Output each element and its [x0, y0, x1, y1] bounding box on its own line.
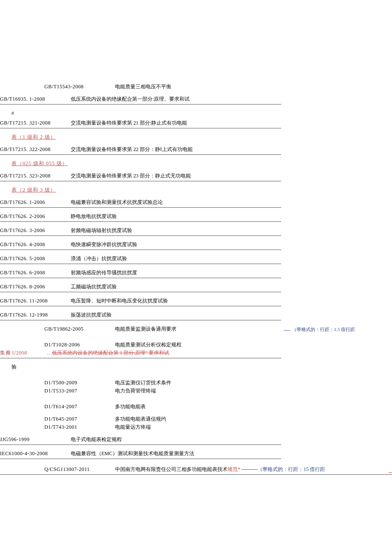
standard-desc: 电力负荷管理终端	[115, 387, 392, 395]
standard-desc: 电磁兼容性（EMC）测试和测量技术电能质量测量方法	[71, 450, 281, 457]
standard-desc: 多功能电能表通信规约	[115, 416, 392, 423]
standard-desc: 静电放电抗扰度试验	[71, 213, 281, 220]
standard-desc: 中国南方电网有限责任公司三相多功能电能表技术规范*	[115, 466, 240, 473]
standard-code: GB/T16935. 1-2008	[0, 96, 71, 102]
struck-entry: 集瓣 U2008 …低压系统内设备的绝缘配合第 1 部分:原理" 要求和试	[0, 349, 281, 357]
standard-entry: D1/T614-2007 多功能电能表	[0, 403, 392, 410]
standard-entry: D1/T1028-2006 电能质量测试分析仪检定规程	[0, 341, 392, 349]
comment-text: （带格式的：行距：1.5 倍行距	[292, 326, 355, 333]
standard-desc: 电快速瞬变脉冲群抗扰度试验	[71, 241, 281, 248]
standard-entry: Q/CSG113007-2011 中国南方电网有限责任公司三相多功能电能表技术规…	[0, 466, 392, 475]
standard-entry: D1/T645-2007 多功能电能表通信规约	[0, 416, 392, 423]
standard-code: GB/T17626. 12-1998	[0, 312, 71, 318]
standard-entry: GB/T17626. 5-2008 浪涌（冲击）抗扰度试验	[0, 255, 281, 262]
standard-code: IEC61000-4-30-2008	[0, 450, 71, 457]
standard-entry: JJG596-1999 电子式电能表检定规程	[0, 436, 281, 443]
standard-desc: 振荡波抗扰度试验	[71, 311, 281, 319]
standard-desc: 多功能电能表	[115, 403, 392, 410]
standard-desc: 电压暂降、短时中断和电压变化抗扰度试验	[71, 297, 281, 305]
standard-code: D1/T1028-2006	[44, 342, 115, 348]
marker-letter: a	[0, 110, 392, 116]
standard-entry: IEC61000-4-30-2008 电磁兼容性（EMC）测试和测量技术电能质量…	[0, 450, 281, 457]
standard-code: GB/T17626. 4-2008	[0, 241, 71, 248]
standard-code: GB/T17215. 321-2008	[0, 120, 71, 126]
struck-code: 集瓣 U2008	[0, 349, 47, 357]
standard-entry: GB/T17626. 8-2006 工频磁场抗扰度试验	[0, 283, 281, 291]
standard-code: GB/T17626. 3-2006	[0, 227, 71, 234]
standard-desc: 射频电磁场辐射抗扰度试验	[71, 227, 281, 234]
standard-desc: 电能量远方终端	[115, 424, 392, 431]
standard-entry: GB/T17626. 11-2008 电压暂降、短时中断和电压变化抗扰度试验	[0, 297, 281, 305]
standard-desc: 电磁兼容试验和测量技术抗扰度试验总论	[71, 199, 281, 206]
standard-entry: GB/T17626. 2-2006 静电放电抗扰度试验	[0, 213, 281, 220]
yan-text: 验	[0, 363, 392, 371]
document-page: GB/T15543-2008 电能质量三相电压不平衡 GB/T16935. 1-…	[0, 0, 392, 475]
standard-desc: 交流电测量设备特殊要求第 21 部分:静止式有功电能	[71, 119, 281, 127]
standard-code: JJG596-1999	[0, 436, 71, 443]
standard-desc: 交流电测量设备特殊要求第 23 部分：静止式无功电能	[71, 172, 281, 180]
standard-code: GB/T17626. 5-2008	[0, 256, 71, 262]
standard-desc: 电压监测仪订货技术条件	[115, 379, 392, 386]
standard-desc: 电子式电能表检定规程	[71, 436, 281, 443]
standard-code: Q/CSG113007-2011	[0, 466, 115, 473]
standard-entry: D1/T533-2007 电力负荷管理终端	[0, 387, 392, 395]
standard-code: GB/T19862-2005	[44, 326, 115, 332]
format-comment: ------ （带格式的：行距：1.5 倍行距	[283, 326, 355, 333]
standard-code: GB/T17626. 6-2008	[0, 270, 71, 276]
standard-entry: GB/T17626. 12-1998 振荡波抗扰度试验	[0, 311, 281, 319]
standard-code: D1/T645-2007	[44, 416, 115, 422]
standard-desc: 交流电测量设备特殊要求第 22 部分：静Ⅰ上式有功电能	[71, 146, 281, 153]
standard-entry: D1/T743-2001 电能量远方终端	[0, 424, 392, 431]
continuation-text: 表（025 级和 055 级）	[0, 160, 392, 167]
standard-code: GB/T17626. 1-2006	[0, 199, 71, 206]
standard-entry: D1/T500-2009 电压监测仪订货技术条件	[0, 379, 392, 386]
standard-desc: 工频磁场抗扰度试验	[71, 283, 281, 291]
standard-desc: 低压系统内设备的绝缘配合第一部分:原理、要求和试	[71, 96, 281, 103]
standard-code: GB/T17626. 11-2008	[0, 298, 71, 304]
standard-desc: 射频场感应的传导骚扰抗扰度	[71, 269, 281, 276]
standard-entry: GB/T17626. 4-2008 电快速瞬变脉冲群抗扰度试验	[0, 241, 281, 248]
standard-entry: GB/T17215. 323-2008 交流电测量设备特殊要求第 23 部分：静…	[0, 172, 281, 180]
standard-code: GB/T17215. 322-2008	[0, 146, 71, 153]
standard-entry: GB/T17626. 3-2006 射频电磁场辐射抗扰度试验	[0, 227, 281, 234]
standard-entry: GB/T17626. 1-2006 电磁兼容试验和测量技术抗扰度试验总论	[0, 199, 281, 206]
standard-desc: 电能质量测试分析仪检定规程	[115, 341, 392, 349]
standard-desc: 电能质量三相电压不平衡	[115, 83, 392, 90]
standard-code: D1/T743-2001	[44, 424, 115, 430]
standard-code: D1/T614-2007	[44, 404, 115, 410]
continuation-text: 表（2 级和 3 级）	[0, 186, 392, 194]
standard-entry: GB/T16935. 1-2008 低压系统内设备的绝缘配合第一部分:原理、要求…	[0, 96, 281, 103]
standard-code: GB/T17215. 323-2008	[0, 173, 71, 179]
struck-desc: …低压系统内设备的绝缘配合第 1 部分:原理" 要求和试	[47, 349, 281, 357]
standard-entry: GB/T15543-2008 电能质量三相电压不平衡	[0, 83, 392, 90]
right-mark	[389, 472, 392, 473]
standard-entry: GB/T17215. 322-2008 交流电测量设备特殊要求第 22 部分：静…	[0, 146, 281, 153]
standard-code: D1/T500-2009	[44, 380, 115, 386]
comment-text: （带格式的：行距：15 倍行距	[257, 466, 325, 473]
standard-entry: GB/T17626. 6-2008 射频场感应的传导骚扰抗扰度	[0, 269, 281, 276]
continuation-text: 表（1 级和 2 级）	[0, 134, 392, 141]
standard-code: GB/T15543-2008	[44, 84, 115, 90]
standard-desc: 浪涌（冲击）抗扰度试验	[71, 255, 281, 262]
comment-dashes: -----------	[241, 466, 257, 473]
standard-code: GB/T17626. 2-2006	[0, 213, 71, 220]
standard-code: GB/T17626. 8-2006	[0, 284, 71, 290]
standard-code: D1/T533-2007	[44, 388, 115, 394]
standard-entry: GB/T17215. 321-2008 交流电测量设备特殊要求第 21 部分:静…	[0, 119, 281, 127]
